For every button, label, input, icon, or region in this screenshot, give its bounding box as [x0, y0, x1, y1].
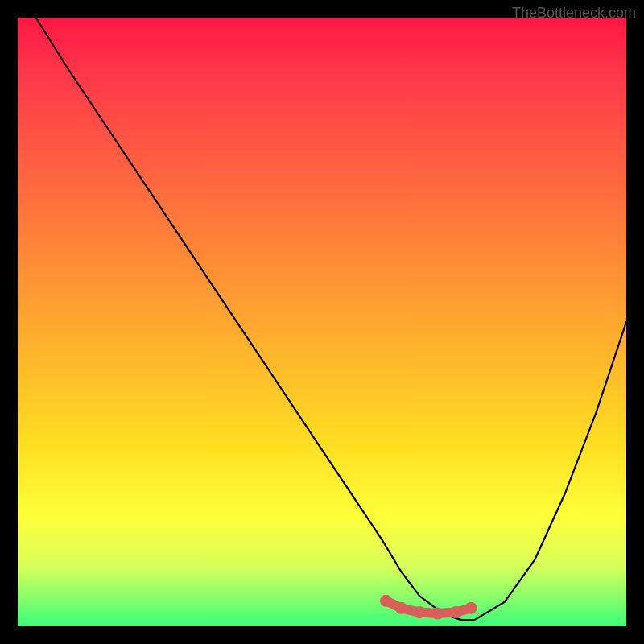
- highlight-marker-dot: [414, 606, 426, 618]
- highlight-marker-dot: [395, 602, 407, 614]
- plot-area: [18, 18, 626, 626]
- highlight-marker-dot: [380, 595, 392, 607]
- bottleneck-curve-line: [36, 18, 626, 620]
- highlight-marker-dot: [465, 602, 477, 614]
- watermark-text: TheBottleneck.com: [512, 5, 636, 22]
- highlight-marker-dot: [450, 606, 462, 618]
- highlight-marker-dot: [431, 608, 444, 620]
- highlight-markers: [380, 595, 477, 620]
- chart-svg: [18, 18, 626, 626]
